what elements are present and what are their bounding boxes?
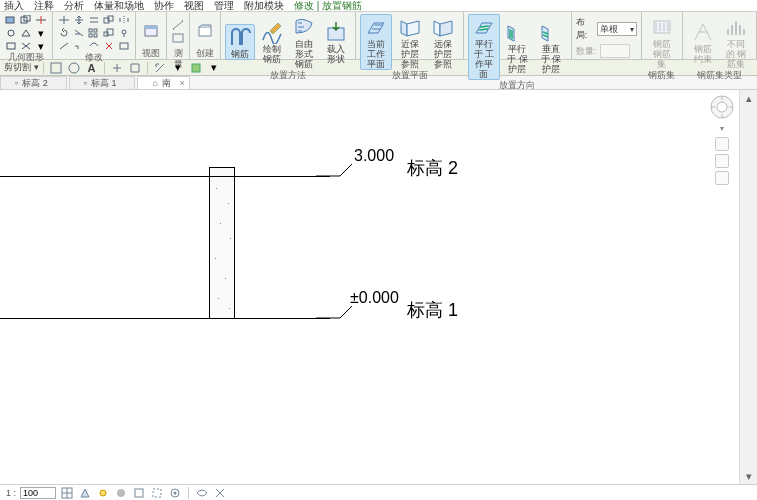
scroll-down-button[interactable]: ▾ <box>741 468 757 484</box>
scroll-up-button[interactable]: ▴ <box>741 90 757 106</box>
detail-level-button[interactable] <box>60 486 74 500</box>
scale-input[interactable] <box>20 487 56 499</box>
layout-select[interactable]: 单根▾ <box>597 22 637 36</box>
cut-dropdown[interactable]: 剪切割 ▾ <box>4 61 39 74</box>
close-tab-button[interactable]: × <box>180 78 185 88</box>
array-button[interactable] <box>87 27 101 39</box>
mod-btn-2[interactable] <box>72 40 86 52</box>
nav-pan-button[interactable] <box>715 137 729 151</box>
nav-zoom-button[interactable] <box>715 154 729 168</box>
opt-btn-5[interactable] <box>152 61 168 75</box>
menu-annotate[interactable]: 注释 <box>34 0 54 13</box>
rotate-button[interactable] <box>57 27 71 39</box>
join-geometry-button[interactable] <box>19 14 33 26</box>
tab-level1[interactable]: ▫ 标高 1 <box>69 76 136 89</box>
count-label: 数量: <box>576 45 597 58</box>
mirror-button[interactable] <box>117 14 131 26</box>
freeform-rebar-button[interactable]: 自由形式 钢筋 <box>289 14 319 70</box>
reveal-hidden-button[interactable] <box>195 486 209 500</box>
pin-button[interactable] <box>117 27 131 39</box>
menu-addins[interactable]: 附加模块 <box>244 0 284 13</box>
menu-insert[interactable]: 插入 <box>4 0 24 13</box>
reveal-constraints-button[interactable] <box>213 486 227 500</box>
geom-btn-5[interactable] <box>19 40 33 52</box>
menu-modify-rebar[interactable]: 修改 | 放置钢筋 <box>294 0 362 13</box>
opt-font-button[interactable]: A <box>84 61 100 75</box>
scale-button[interactable] <box>102 27 116 39</box>
opt-btn-2[interactable] <box>66 61 82 75</box>
svg-rect-18 <box>199 27 211 36</box>
opt-btn-1[interactable] <box>48 61 64 75</box>
cut-geometry-button[interactable] <box>4 14 18 26</box>
menu-manage[interactable]: 管理 <box>214 0 234 13</box>
view-button[interactable] <box>140 22 162 40</box>
menu-collaborate[interactable]: 协作 <box>154 0 174 13</box>
measure-button-1[interactable] <box>171 19 185 31</box>
crop-region-button[interactable] <box>150 486 164 500</box>
drawing-canvas[interactable]: 3.000 标高 2 ±0.000 标高 1 <box>0 90 739 484</box>
structural-column[interactable] <box>209 167 235 319</box>
parallel-workplane-button[interactable]: 平行于 工作平面 <box>468 14 500 80</box>
svg-rect-9 <box>89 34 92 37</box>
svg-point-26 <box>100 490 106 496</box>
hide-isolate-button[interactable] <box>168 486 182 500</box>
far-cover-button[interactable]: 远保护层 参照 <box>427 14 459 70</box>
menu-view[interactable]: 视图 <box>184 0 204 13</box>
level-line-2[interactable] <box>0 176 330 177</box>
tab-south[interactable]: ⌂ 南 × <box>137 76 189 89</box>
load-shape-button[interactable]: 载入 形状 <box>321 19 351 65</box>
sketch-rebar-button[interactable]: 绘制 钢筋 <box>257 19 287 65</box>
geom-btn-4[interactable] <box>4 40 18 52</box>
opt-btn-3[interactable] <box>109 61 125 75</box>
scale-prefix: 1 : <box>6 488 16 498</box>
delete-button[interactable] <box>102 40 116 52</box>
offset-button[interactable] <box>87 14 101 26</box>
tab-level2[interactable]: ▫ 标高 2 <box>0 76 67 89</box>
home-icon: ⌂ <box>152 78 157 88</box>
opt-btn-8[interactable]: ▾ <box>206 61 222 75</box>
geom-btn-2[interactable] <box>19 27 33 39</box>
geom-btn-3[interactable]: ▾ <box>34 27 48 39</box>
opt-btn-6[interactable]: ▾ <box>170 61 186 75</box>
ribbon-group-rebar-end: 钢筋约束 不同的 钢筋集 钢筋集类型 <box>683 12 757 59</box>
nav-orbit-button[interactable] <box>715 171 729 185</box>
parallel-cover-button[interactable]: 平行于 保护层 <box>502 19 534 75</box>
near-cover-button[interactable]: 近保护层 参照 <box>394 14 426 70</box>
steering-wheel-dropdown[interactable]: ▾ <box>720 124 724 133</box>
measure-button-2[interactable] <box>171 32 185 44</box>
ribbon-group-layout: 布局: 单根▾ 数量: <box>572 12 642 59</box>
visual-style-button[interactable] <box>78 486 92 500</box>
geom-btn-1[interactable] <box>4 27 18 39</box>
create-button[interactable] <box>194 22 216 40</box>
trim-button[interactable] <box>72 27 86 39</box>
menu-analyze[interactable]: 分析 <box>64 0 84 13</box>
crop-view-button[interactable] <box>132 486 146 500</box>
ribbon-group-view: 视图 <box>136 12 167 59</box>
sun-path-button[interactable] <box>96 486 110 500</box>
copy-button[interactable] <box>102 14 116 26</box>
level-marker-2[interactable] <box>316 163 352 179</box>
geom-btn-6[interactable]: ▾ <box>34 40 48 52</box>
split-button[interactable] <box>34 14 48 26</box>
mod-btn-3[interactable] <box>87 40 101 52</box>
align-button[interactable] <box>57 14 71 26</box>
rebar-button[interactable]: 钢筋 <box>225 24 255 60</box>
ribbon-group-label-place-plane: 放置平面 <box>360 70 459 81</box>
perpendicular-cover-button[interactable]: 垂直于 保护层 <box>535 19 567 75</box>
steering-wheel[interactable] <box>709 94 735 120</box>
current-workplane-button[interactable]: 当前 工作平面 <box>360 14 392 70</box>
level-name-1: 标高 1 <box>407 298 458 322</box>
perpendicular-cover-label: 垂直于 保护层 <box>538 44 564 74</box>
level-line-1[interactable] <box>0 318 330 319</box>
mod-btn-1[interactable] <box>57 40 71 52</box>
mod-btn-4[interactable] <box>117 40 131 52</box>
level-marker-1[interactable] <box>316 305 352 321</box>
move-button[interactable] <box>72 14 86 26</box>
view-control-bar: 1 : <box>0 484 757 500</box>
ribbon-group-label-place-method: 放置方法 <box>225 70 351 81</box>
opt-btn-4[interactable] <box>127 61 143 75</box>
vertical-scrollbar[interactable]: ▴ ▾ <box>739 90 757 484</box>
opt-btn-7[interactable] <box>188 61 204 75</box>
menu-mass-site[interactable]: 体量和场地 <box>94 0 144 13</box>
shadows-button[interactable] <box>114 486 128 500</box>
